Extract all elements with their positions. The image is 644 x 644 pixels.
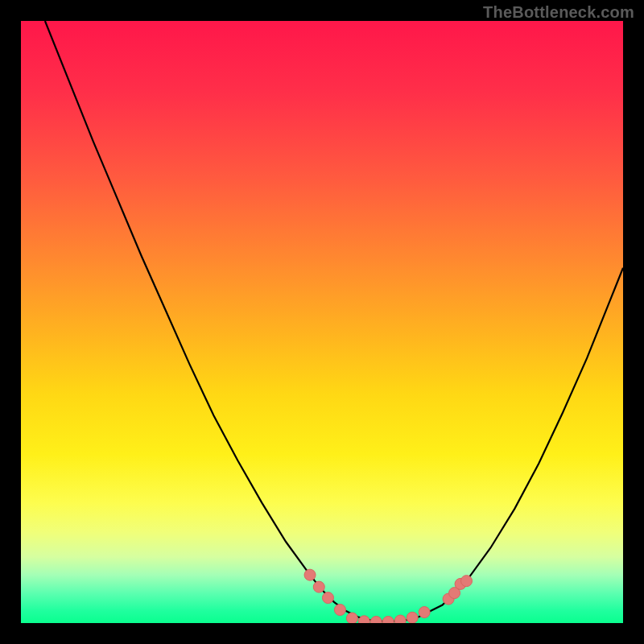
data-marker (419, 607, 430, 618)
marker-cluster (304, 569, 472, 623)
data-marker (461, 576, 473, 587)
data-marker (394, 615, 406, 623)
watermark-label: TheBottleneck.com (483, 3, 634, 22)
data-marker (313, 581, 324, 592)
data-marker (370, 617, 382, 624)
data-marker (407, 612, 418, 623)
data-marker (304, 569, 316, 580)
data-marker (346, 613, 357, 623)
chart-svg (21, 21, 623, 623)
data-marker (382, 617, 394, 624)
data-marker (334, 605, 345, 616)
plot-area (21, 21, 623, 623)
bottleneck-curve (45, 21, 623, 621)
data-marker (358, 616, 369, 623)
data-marker (322, 592, 333, 604)
